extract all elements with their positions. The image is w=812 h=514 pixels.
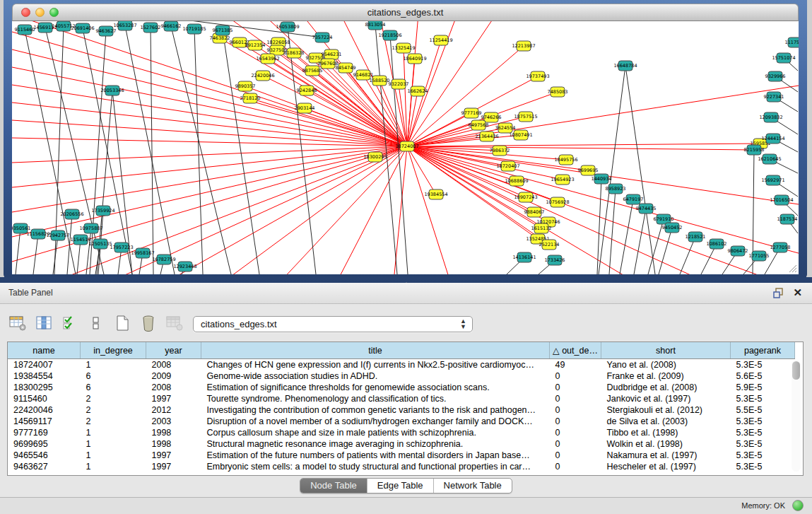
table-cell[interactable]: Jankovic et al. (1997) bbox=[601, 393, 731, 404]
graph-node[interactable]: 9450452 bbox=[662, 223, 683, 233]
table-cell[interactable]: 5.6E-5 bbox=[731, 370, 795, 382]
table-cell[interactable]: 5.9E-5 bbox=[731, 382, 795, 393]
table-row[interactable]: 1830029562008Estimation of significance … bbox=[8, 382, 795, 393]
window-resize-grip[interactable] bbox=[789, 264, 797, 273]
table-row[interactable]: 946362711997Embryonic stem cells: a mode… bbox=[8, 461, 795, 472]
graph-node[interactable]: 9466162 bbox=[161, 21, 182, 31]
graph-node[interactable]: 12505135 bbox=[88, 239, 112, 249]
table-cell[interactable]: Changes of HCN gene expression and I(f) … bbox=[201, 359, 550, 371]
table-cell[interactable]: 5.3E-5 bbox=[731, 427, 795, 438]
tab-network-table[interactable]: Network Table bbox=[434, 479, 512, 493]
show-columns-icon[interactable] bbox=[35, 314, 53, 332]
graph-node[interactable]: 8454749 bbox=[336, 63, 356, 73]
table-cell[interactable]: 5.3E-5 bbox=[731, 450, 795, 461]
graph-node[interactable]: 1187534 bbox=[777, 214, 798, 224]
table-cell[interactable]: 2008 bbox=[146, 359, 201, 371]
table-cell[interactable]: Wolkin et al. (1998) bbox=[601, 438, 731, 450]
table-cell[interactable]: 2008 bbox=[146, 382, 201, 393]
table-cell[interactable]: 5.3E-5 bbox=[731, 359, 795, 371]
table-cell[interactable]: 1 bbox=[81, 359, 146, 371]
graph-node[interactable]: 1440934 bbox=[592, 174, 612, 184]
graph-node[interactable]: 7485083 bbox=[548, 87, 568, 97]
table-cell[interactable]: 9115460 bbox=[8, 393, 81, 404]
graph-node[interactable]: 18757515 bbox=[514, 112, 537, 122]
tab-node-table[interactable]: Node Table bbox=[300, 479, 367, 493]
table-cell[interactable]: 1997 bbox=[146, 393, 201, 404]
table-cell[interactable]: 18724007 bbox=[8, 359, 81, 371]
table-cell[interactable]: 2012 bbox=[146, 404, 201, 416]
graph-node[interactable]: 9115460 bbox=[15, 25, 35, 35]
column-header-outde[interactable]: △ out_de… bbox=[550, 342, 601, 359]
scrollbar-thumb[interactable] bbox=[792, 361, 800, 380]
graph-node[interactable]: 12213987 bbox=[512, 41, 535, 51]
graph-node[interactable]: 1218521 bbox=[686, 232, 706, 242]
table-cell[interactable]: de Silva et al. (2003) bbox=[601, 416, 731, 427]
table-cell[interactable]: 2 bbox=[81, 416, 146, 427]
graph-node[interactable]: 2522134 bbox=[539, 240, 560, 250]
table-cell[interactable]: Dudbridge et al. (2008) bbox=[601, 382, 731, 393]
close-panel-icon[interactable]: ✕ bbox=[793, 286, 802, 299]
graph-node[interactable]: 10756928 bbox=[546, 197, 569, 207]
graph-node[interactable]: 2718120 bbox=[240, 93, 261, 103]
table-row[interactable]: 1872400712008Changes of HCN gene express… bbox=[8, 359, 795, 371]
graph-node[interactable]: 16543962 bbox=[256, 54, 279, 64]
table-cell[interactable]: 1 bbox=[81, 450, 146, 461]
graph-node[interactable]: 7357224 bbox=[312, 33, 333, 42]
table-cell[interactable]: Hescheler et al. (1997) bbox=[601, 461, 731, 472]
graph-node[interactable]: 18907243 bbox=[514, 192, 537, 202]
graph-node[interactable]: 10688609 bbox=[505, 176, 528, 186]
table-cell[interactable]: 1998 bbox=[146, 427, 201, 438]
table-vertical-scrollbar[interactable] bbox=[792, 360, 801, 472]
network-window-titlebar[interactable]: citations_edges.txt bbox=[12, 4, 799, 21]
graph-node[interactable]: 6479197 bbox=[623, 194, 644, 204]
column-header-title[interactable]: title bbox=[201, 342, 550, 359]
table-cell[interactable]: Yano et al. (2008) bbox=[601, 359, 731, 371]
graph-node[interactable]: 8215958 bbox=[744, 145, 765, 155]
table-cell[interactable]: 1 bbox=[81, 427, 146, 438]
graph-node[interactable]: 8813054 bbox=[365, 21, 386, 30]
network-nodes[interactable]: 7463822966012389123541822605893275051654… bbox=[12, 21, 799, 271]
graph-node[interactable]: 9227341 bbox=[764, 92, 784, 102]
table-cell[interactable]: 1 bbox=[81, 438, 146, 450]
table-selector-dropdown[interactable]: citations_edges.txt ▲▼ bbox=[193, 316, 473, 332]
graph-node[interactable]: 8186328 bbox=[284, 48, 305, 58]
graph-node[interactable]: 18640919 bbox=[403, 54, 426, 64]
graph-node[interactable]: 11254419 bbox=[429, 35, 452, 45]
delete-table-icon[interactable] bbox=[139, 314, 158, 332]
graph-node[interactable]: 2903144 bbox=[295, 103, 315, 113]
table-cell[interactable]: 0 bbox=[550, 393, 601, 404]
table-cell[interactable]: 5.3E-5 bbox=[731, 393, 795, 404]
graph-node[interactable]: 1086102 bbox=[707, 239, 727, 249]
table-cell[interactable]: 5.3E-5 bbox=[731, 461, 795, 472]
graph-node[interactable]: 20053346 bbox=[100, 86, 124, 95]
table-cell[interactable]: Franke et al. (2009) bbox=[601, 370, 731, 382]
graph-node[interactable]: 1154519 bbox=[71, 235, 91, 245]
table-cell[interactable]: Corpus callosum shape and size in male p… bbox=[201, 427, 550, 438]
graph-node[interactable]: 1588520 bbox=[370, 76, 390, 86]
graph-node[interactable]: 7986372 bbox=[490, 146, 510, 156]
table-cell[interactable]: 5.5E-5 bbox=[731, 404, 795, 416]
table-cell[interactable]: Tibbo et al. (1998) bbox=[601, 427, 731, 438]
graph-node[interactable]: 10807491 bbox=[509, 130, 532, 140]
table-cell[interactable]: 5.3E-5 bbox=[731, 416, 795, 427]
column-header-short[interactable]: short bbox=[601, 342, 731, 359]
graph-node[interactable]: 12923448 bbox=[173, 262, 196, 271]
graph-node[interactable]: 9242848 bbox=[297, 86, 317, 95]
table-cell[interactable]: 18300295 bbox=[8, 382, 81, 393]
graph-node[interactable]: 6497568 bbox=[469, 120, 489, 130]
graph-node[interactable]: 3624554 bbox=[495, 123, 516, 133]
table-cell[interactable]: 49 bbox=[550, 359, 601, 371]
table-cell[interactable]: 0 bbox=[550, 370, 601, 382]
table-cell[interactable]: 0 bbox=[550, 416, 601, 427]
graph-node[interactable]: 8912354 bbox=[245, 40, 266, 50]
graph-node[interactable]: 16210645 bbox=[758, 154, 781, 164]
table-row[interactable]: 1456911722003Disruption of a novel membe… bbox=[8, 416, 795, 427]
graph-node[interactable]: 9884067 bbox=[524, 207, 545, 217]
table-cell[interactable]: 1 bbox=[81, 461, 146, 472]
table-row[interactable]: 977716911998Corpus callosum shape and si… bbox=[8, 427, 795, 438]
table-row[interactable]: 2242004622012Investigating the contribut… bbox=[8, 404, 795, 416]
table-cell[interactable]: 14569117 bbox=[8, 416, 81, 427]
graph-node[interactable]: 17016504 bbox=[770, 195, 793, 205]
graph-node[interactable]: 1662624 bbox=[408, 86, 428, 96]
graph-node[interactable]: 10975887 bbox=[79, 223, 102, 233]
